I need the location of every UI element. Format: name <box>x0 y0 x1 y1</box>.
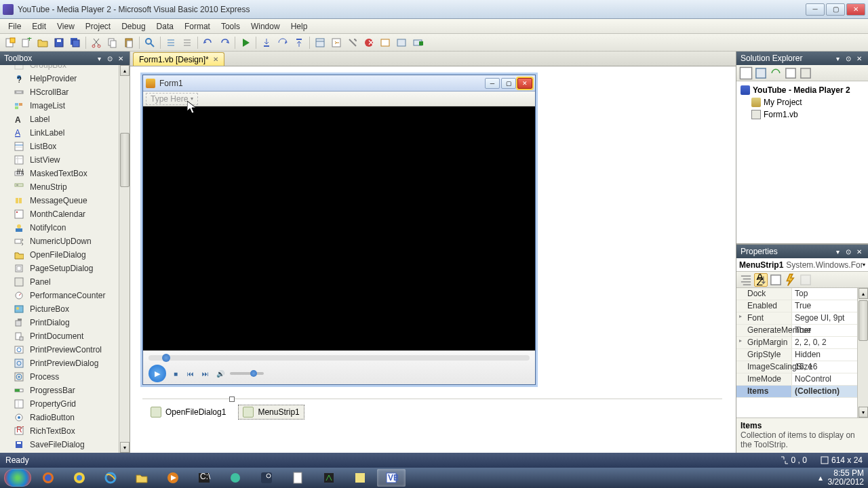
redo-button[interactable] <box>217 35 232 50</box>
form1-window[interactable]: Form1 ─ ▢ ✕ Type Here ▾ ▶ <box>142 75 536 385</box>
toolbox-item[interactable]: ALabel <box>0 113 130 126</box>
uncomment-button[interactable] <box>180 35 195 50</box>
taskbar-ie[interactable] <box>96 469 125 487</box>
prop-row-dock[interactable]: DockTop <box>736 288 868 300</box>
tray-openfiledialog[interactable]: OpenFileDialog1 <box>146 405 230 419</box>
media-player-video-area[interactable] <box>143 106 535 350</box>
menu-file[interactable]: File <box>3 20 26 33</box>
taskbar-app1[interactable] <box>221 469 250 487</box>
prop-row-items[interactable]: Items(Collection) <box>736 386 868 398</box>
toolbox-item[interactable]: ALinkLabel <box>0 126 130 140</box>
toolbox-item[interactable]: MessageQueue <box>0 194 130 207</box>
toolbox-item[interactable]: PrintPreviewDialog <box>0 357 130 370</box>
cut-button[interactable] <box>89 35 104 50</box>
taskbar-chrome[interactable] <box>65 469 94 487</box>
form1-maximize-button[interactable]: ▢ <box>501 78 516 89</box>
form1-menustrip[interactable]: Type Here ▾ <box>143 92 535 106</box>
start-debug-button[interactable] <box>238 35 253 50</box>
toolbox-item[interactable]: PropertyGrid <box>0 397 130 411</box>
prop-row-gripstyle[interactable]: GripStyleHidden <box>736 349 868 361</box>
se-dropdown-icon[interactable]: ▾ <box>833 54 842 63</box>
toolbox-item[interactable]: PerformanceCounter <box>0 289 130 302</box>
open-button[interactable] <box>35 35 50 50</box>
paste-button[interactable] <box>121 35 136 50</box>
taskbar-terminal[interactable]: C:\ <box>190 469 218 487</box>
immediate-window-button[interactable] <box>378 35 393 50</box>
menu-window[interactable]: Window <box>245 20 285 33</box>
new-project-button[interactable] <box>3 35 18 50</box>
other-windows-button[interactable] <box>394 35 409 50</box>
se-myproject-node[interactable]: My Project <box>738 96 867 108</box>
se-pin-icon[interactable]: ⊙ <box>844 54 853 63</box>
props-pin-icon[interactable]: ⊙ <box>844 247 853 256</box>
document-tab[interactable]: Form1.vb [Design]* ✕ <box>133 52 224 66</box>
solution-explorer-button[interactable] <box>313 35 328 50</box>
toolbox-close-icon[interactable]: ✕ <box>116 54 125 63</box>
taskbar-visualstudio[interactable]: VB <box>377 469 406 487</box>
minimize-button[interactable]: ─ <box>806 3 825 16</box>
props-categorized-button[interactable] <box>739 273 753 287</box>
start-button[interactable] <box>4 469 31 487</box>
scroll-thumb[interactable] <box>120 133 130 187</box>
menu-tools[interactable]: Tools <box>216 20 245 33</box>
taskbar-app2[interactable] <box>315 469 343 487</box>
stop-button[interactable]: ■ <box>170 368 181 379</box>
toolbox-item[interactable]: ProgressBar <box>0 384 130 397</box>
volume-knob[interactable] <box>250 370 257 377</box>
solution-explorer-tree[interactable]: YouTube - Media Player 2 My Project Form… <box>736 81 868 244</box>
se-view-designer-button[interactable] <box>799 66 812 80</box>
se-show-all-button[interactable] <box>754 66 768 80</box>
props-scroll-up-icon[interactable]: ▴ <box>859 288 868 299</box>
menustrip-type-here[interactable]: Type Here ▾ <box>146 93 198 105</box>
scroll-down-icon[interactable]: ▾ <box>120 442 130 453</box>
menu-format[interactable]: Format <box>179 20 216 33</box>
designer-surface[interactable]: Form1 ─ ▢ ✕ Type Here ▾ ▶ <box>130 66 736 453</box>
prop-row-generatemember[interactable]: GenerateMemberTrue <box>736 325 868 337</box>
toolbox-button[interactable] <box>345 35 360 50</box>
toolbox-item[interactable]: MenuStrip <box>0 180 130 194</box>
prop-row-font[interactable]: FontSegoe UI, 9pt <box>736 312 868 325</box>
menustrip-dropdown-icon[interactable]: ▾ <box>191 96 193 102</box>
props-events-button[interactable] <box>784 273 797 287</box>
toolbox-item[interactable]: OpenFileDialog <box>0 248 130 262</box>
taskbar-mediaplayer[interactable] <box>159 469 187 487</box>
seek-slider[interactable] <box>149 355 530 361</box>
play-button[interactable]: ▶ <box>149 365 166 382</box>
comment-button[interactable] <box>163 35 178 50</box>
copy-button[interactable] <box>105 35 120 50</box>
se-refresh-button[interactable] <box>769 66 783 80</box>
toolbox-scrollbar[interactable]: ▴ ▾ <box>119 65 130 453</box>
extension-manager-button[interactable] <box>410 35 425 50</box>
tray-expand-icon[interactable]: ▴ <box>818 473 823 483</box>
toolbox-pin-icon[interactable]: ⊙ <box>105 54 115 63</box>
se-view-code-button[interactable] <box>784 66 797 80</box>
props-dropdown-icon[interactable]: ▾ <box>833 247 842 256</box>
menu-view[interactable]: View <box>52 20 80 33</box>
undo-button[interactable] <box>201 35 216 50</box>
toolbox-item[interactable]: HScrollBar <box>0 85 130 99</box>
se-project-node[interactable]: YouTube - Media Player 2 <box>738 84 867 96</box>
volume-icon[interactable]: 🔊 <box>215 368 226 379</box>
props-alphabetical-button[interactable]: AZ <box>754 273 768 287</box>
props-object-dropdown-icon[interactable]: ▾ <box>863 262 865 268</box>
toolbox-item[interactable]: ?HelpProvider <box>0 72 130 85</box>
toolbox-item[interactable]: NotifyIcon <box>0 221 130 235</box>
properties-scrollbar[interactable]: ▴ ▾ <box>857 288 868 418</box>
toolbox-item[interactable]: RTRichTextBox <box>0 424 130 438</box>
taskbar-notepad[interactable] <box>283 469 312 487</box>
props-properties-button[interactable] <box>769 273 783 287</box>
seek-knob[interactable] <box>162 354 170 362</box>
toolbox-item[interactable]: PrintPreviewControl <box>0 343 130 357</box>
step-into-button[interactable] <box>259 35 274 50</box>
toolbox-item[interactable]: ImageList <box>0 99 130 113</box>
taskbar-explorer[interactable] <box>127 469 156 487</box>
step-out-button[interactable] <box>292 35 307 50</box>
props-property-pages-button[interactable] <box>799 273 812 287</box>
find-button[interactable] <box>142 35 157 50</box>
prop-row-imagescalingsize[interactable]: ImageScalingSize16, 16 <box>736 361 868 373</box>
volume-slider[interactable] <box>230 372 264 375</box>
properties-window-button[interactable] <box>329 35 344 50</box>
save-button[interactable] <box>52 35 66 50</box>
toolbox-item[interactable]: PageSetupDialog <box>0 262 130 275</box>
se-properties-button[interactable] <box>739 66 753 80</box>
